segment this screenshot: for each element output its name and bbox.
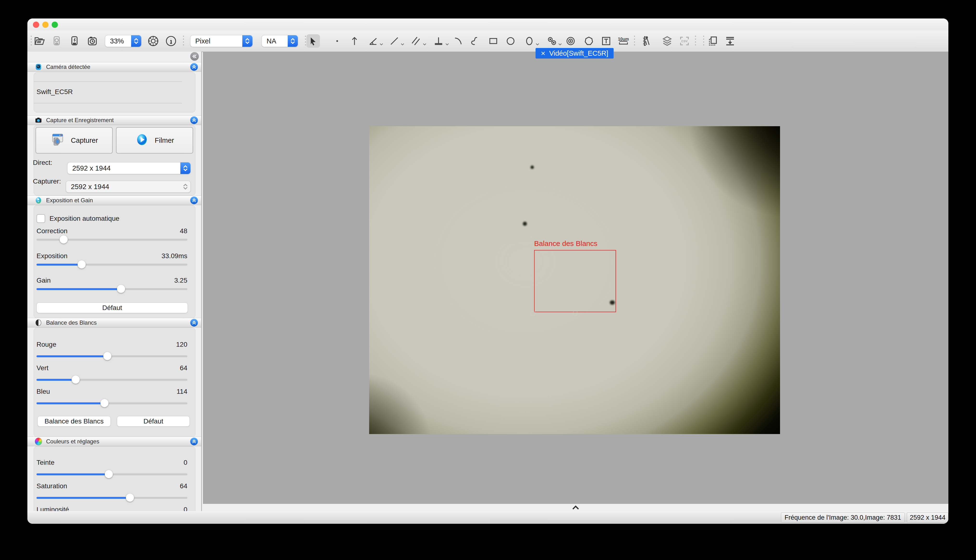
scale-bar-tool-button[interactable]: 10um [618, 35, 629, 47]
saturation-row: Saturation 64 [37, 482, 187, 490]
settings-button[interactable] [147, 35, 159, 47]
rouge-value: 120 [176, 341, 187, 348]
rectangle-tool-button[interactable] [488, 35, 499, 47]
linked-circles-tool-menu[interactable] [558, 43, 562, 46]
text-tool-button[interactable] [601, 35, 612, 47]
na-select[interactable]: NA [262, 35, 298, 47]
slider-thumb[interactable] [78, 260, 86, 268]
live-resolution-select[interactable]: 2592 x 1944 [67, 162, 191, 174]
parallel-lines-tool-menu[interactable] [423, 43, 426, 46]
line-tool-button[interactable] [389, 35, 400, 47]
live-resolution-label: Direct: [33, 159, 52, 167]
collapse-colors-section-button[interactable] [190, 438, 198, 445]
luminosite-value: 0 [184, 506, 187, 511]
pointer-icon [308, 36, 318, 46]
concentric-circles-tool-button[interactable] [565, 35, 576, 47]
white-balance-roi[interactable] [534, 250, 616, 312]
correction-slider[interactable] [37, 235, 187, 244]
camera-timer-button[interactable] [87, 35, 98, 47]
export-button[interactable] [724, 35, 736, 47]
polygon-tool-button[interactable] [583, 35, 594, 47]
line-tool-menu[interactable] [401, 43, 404, 46]
slider-thumb[interactable] [100, 399, 109, 407]
minimize-window-button[interactable] [42, 22, 48, 28]
zoom-stepper[interactable] [131, 35, 141, 47]
slider-thumb[interactable] [117, 285, 125, 293]
collapse-sidebar-button[interactable] [190, 52, 199, 61]
section-header-exposure[interactable]: Exposition et Gain [27, 195, 201, 205]
unit-stepper[interactable] [242, 35, 252, 47]
camera-flash-button[interactable] [69, 35, 80, 47]
gain-value: 3.25 [174, 277, 187, 284]
vert-value: 64 [180, 364, 187, 372]
sidebar-top-strip [27, 52, 201, 61]
slider-thumb[interactable] [72, 375, 80, 383]
exposure-default-label: Défaut [102, 304, 122, 312]
white-balance-button[interactable]: Balance des Blancs [37, 416, 111, 427]
image-viewport[interactable]: Balance des Blancs × Vidéo[Swift_EC5R] [203, 52, 948, 504]
gain-slider[interactable] [37, 285, 187, 293]
angle-tool-button[interactable] [368, 35, 379, 47]
camera-flash-icon [69, 35, 80, 47]
wb-default-button[interactable]: Défaut [117, 416, 190, 427]
bottom-panel-strip [203, 504, 948, 512]
collapse-wb-section-button[interactable] [190, 319, 198, 327]
arc-tool-button[interactable] [453, 35, 464, 47]
rouge-slider[interactable] [37, 352, 187, 361]
record-button[interactable]: Filmer [116, 127, 193, 153]
section-header-capture[interactable]: Capture et Enregistrement [27, 115, 201, 125]
exposition-slider[interactable] [37, 260, 187, 269]
unit-select[interactable]: Pixel [190, 35, 252, 47]
section-header-colors[interactable]: Couleurs et réglages [27, 437, 201, 446]
curve-tool-button[interactable] [470, 35, 481, 47]
exposure-default-button[interactable]: Défaut [37, 303, 188, 313]
app-window: 33% Pixel NA [27, 18, 948, 524]
snapshot-button[interactable]: Capturer [35, 127, 113, 153]
teinte-slider[interactable] [37, 470, 187, 479]
roi-resize-handle[interactable] [573, 311, 577, 315]
live-microscope-view[interactable]: Balance des Blancs [369, 126, 780, 434]
slider-thumb[interactable] [105, 470, 113, 478]
circle-tool-button[interactable] [505, 35, 516, 47]
collapse-camera-section-button[interactable] [190, 63, 198, 71]
copy-button[interactable] [707, 35, 719, 47]
perpendicular-tool-button[interactable] [433, 35, 444, 47]
open-file-button[interactable] [33, 35, 45, 47]
ellipse-tool-button[interactable] [524, 35, 535, 47]
measure-tool-button[interactable] [640, 35, 651, 47]
video-tab[interactable]: × Vidéo[Swift_EC5R] [536, 48, 613, 58]
saturation-slider[interactable] [37, 493, 187, 502]
close-window-button[interactable] [33, 22, 39, 28]
slider-thumb[interactable] [103, 352, 112, 360]
zoom-level-select[interactable]: 33% [105, 35, 142, 47]
section-title: Exposition et Gain [46, 197, 93, 204]
na-stepper[interactable] [288, 35, 298, 47]
auto-exposure-checkbox[interactable] [37, 214, 45, 223]
arrow-tool-button[interactable] [349, 36, 360, 46]
bleu-slider[interactable] [37, 399, 187, 408]
section-header-white-balance[interactable]: Balance des Blancs [27, 318, 201, 328]
camera-icon [51, 35, 62, 47]
ellipse-tool-menu[interactable] [536, 43, 540, 46]
expand-panel-chevron[interactable] [572, 505, 580, 510]
slider-thumb[interactable] [60, 235, 68, 243]
vert-slider[interactable] [37, 375, 187, 384]
zoom-window-button[interactable] [52, 22, 58, 28]
slider-thumb[interactable] [126, 493, 134, 502]
close-tab-icon[interactable]: × [541, 50, 545, 57]
collapse-exposure-section-button[interactable] [190, 197, 198, 204]
roi-resize-handle[interactable] [531, 311, 535, 315]
camera-name-row[interactable]: Swift_EC5R [37, 88, 187, 96]
open-folder-icon [33, 35, 45, 47]
info-button[interactable] [165, 35, 177, 47]
layers-button[interactable] [662, 35, 673, 47]
live-resolution-stepper[interactable] [180, 162, 191, 174]
linked-circles-tool-button[interactable] [546, 35, 557, 47]
parallel-lines-tool-button[interactable] [410, 35, 421, 47]
pointer-tool-button[interactable] [306, 34, 320, 48]
perpendicular-tool-menu[interactable] [445, 43, 449, 46]
collapse-capture-section-button[interactable] [190, 117, 198, 124]
angle-tool-menu[interactable] [379, 43, 383, 46]
section-header-camera[interactable]: Caméra détectée [27, 62, 201, 72]
point-tool-button[interactable] [335, 38, 339, 43]
